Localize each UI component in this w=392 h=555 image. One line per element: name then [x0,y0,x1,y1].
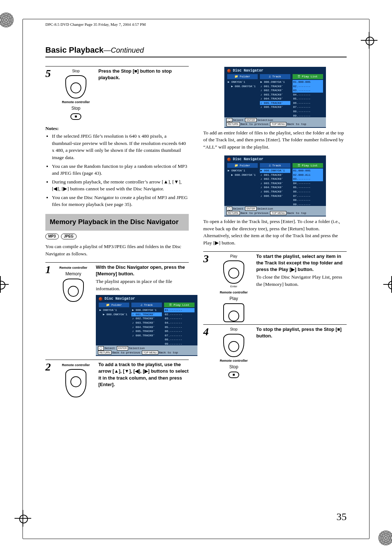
step-4-row: 4 Stop Remote controller Stop ■ To stop … [203,324,347,378]
disc-navigator-screenshot-c: Disc Navigator 📁 Folder ▶ ONKYOAˆ1 ▶ 000… [224,155,326,216]
disc-nav-folder-row: ▶ ONKYOAˆ1 [99,308,129,312]
registration-mark-bl [15,510,31,527]
step-number-3: 3 [203,253,211,264]
disc-nav-track-row: ♪ 006.TRACK0ˆ [131,333,162,338]
disc-nav-play-row: 07.------- [293,105,323,109]
disc-nav-track-row: ♪ 001.TRACK0ˆ [260,173,290,177]
label-remote-controller: Remote controller [60,100,92,105]
notes-heading: Notes: [45,125,189,132]
disc-nav-track-folder: ▶ 000.ONKYOAˆ1 [260,80,290,84]
step-3-heading: To start the playlist, select any item i… [256,253,347,273]
step-number-5: 5 [45,68,53,79]
section-title: Basic Playback [45,45,103,54]
step-number-4: 4 [203,326,211,337]
step-5-row: 5 Stop Remote controller Stop ■ Press th… [45,66,189,120]
disc-navigator-screenshot-a: Disc Navigator 📁 Folder ▶ ONKYOAˆ1 ▶ 000… [96,295,197,356]
disc-nav-title: Disc Navigator [233,69,264,73]
label-remote-controller: Remote controller [218,358,250,363]
label-remote-controller: Remote controller [57,266,89,270]
disc-nav-play-row: 03.------- [164,316,195,321]
disc-nav-play-row: 02.------- [164,312,195,317]
page-number: 35 [336,510,347,524]
disc-nav-track-row: ♪ 003.TRACK0ˆ [131,321,162,325]
disc-nav-play-row: 06.------- [293,190,323,194]
disc-nav-play-row: 01.000-005 [293,80,323,84]
disc-nav-col-track: ♫ Track [260,74,290,79]
disc-nav-footer: ◯Select ENTERSelection RETURNBack to pre… [224,206,326,216]
step-5-illustration: Stop Remote controller Stop ■ [60,68,92,120]
remote-icon [63,279,84,302]
disc-nav-track-row: ♪ 005.TRACK0ˆ [260,190,290,194]
registration-mark-ml [0,276,9,293]
notes-list: If the selected JPEG file’s resolution i… [45,133,189,208]
label-stop: Stop [218,364,250,370]
disc-nav-track-row-hl: ♪ 001.TRACK0ˆ [131,312,162,317]
label-enter-small: Enter [218,284,250,289]
label-remote-controller: Remote controller [218,290,250,295]
label-remote-controller: Remote controller [60,363,92,368]
disc-nav-play-row: 02.------- [293,84,323,89]
disc-nav-play-row: 02.000-All [293,173,323,177]
disc-nav-title: Disc Navigator [105,297,135,301]
step-3-body: To close the Disc Navigator Play List, p… [256,274,347,288]
note-item: During random playback, the remote contr… [52,178,189,193]
stop-button-icon: ■ [70,113,82,120]
disc-nav-play-row: 06.------- [293,101,323,105]
print-corner-br [378,530,392,546]
disc-nav-footer: ◯Select ENTERSelection RETURNBack to pre… [224,117,326,127]
disc-nav-col-track: ♫ Track [260,163,290,168]
label-stop: Stop [60,105,92,112]
play-button-icon [223,303,244,322]
step-3-illustration: Play Enter Remote controller Play [218,253,250,323]
disc-nav-col-playlist: ☰ Play List [293,163,323,168]
remote-icon [223,260,244,284]
disc-nav-track-row: ♪ 002.TRACK0ˆ [260,177,290,181]
disc-nav-folder-row: ▶ ONKYOAˆ1 [227,169,258,173]
note-item: If the selected JPEG file’s resolution i… [52,133,189,161]
disc-nav-col-folder: 📁 Folder [227,163,258,168]
disc-nav-track-row: ♪ 005.TRACK0ˆ [131,329,162,333]
step-2-row: 2 Remote controller To add a track to th… [45,360,189,397]
disc-nav-track-row: ♪ 004.TRACK0ˆ [131,325,162,329]
disc-nav-col-playlist: ☰ Play List [293,74,323,79]
badge-jpeg: JPEG [61,234,77,240]
disc-nav-col-folder: 📁 Folder [99,303,129,308]
disc-nav-play-row: 03.------- [293,177,323,181]
disc-nav-track-row: ♪ 002.TRACK0ˆ [131,316,162,321]
step-2-heading: To add a track to the playlist, use the … [98,361,189,388]
note-item: You can use the Random function to play … [52,163,189,177]
badge-mp3: MP3 [45,234,59,240]
remote-dpad-icon [65,369,86,397]
print-corner-tl [0,12,14,28]
disc-navigator-screenshot-b: Disc Navigator 📁 Folder ▶ ONKYOAˆ1 ▶ 000… [224,67,326,128]
disc-nav-track-row: ♪ 006.TRACK0ˆ [260,194,290,198]
disc-nav-track-row: ♪ 001.TRACK0ˆ [260,84,290,89]
disc-nav-track-row: ♪ 004.TRACK0ˆ [260,185,290,190]
disc-nav-track-row: ♪ 003.TRACK0ˆ [260,93,290,97]
disc-nav-track-folder-hl: ▶ 000.ONKYOAˆ1 [260,169,290,173]
disc-nav-play-row: 08.------- [293,198,323,202]
disc-nav-folder-row: ▶ 000.ONKYOAˆ1 [227,84,258,89]
note-item: You can use the Disc Navigator to create… [52,194,189,208]
paragraph-open-folder: To open a folder in the Track list, pres… [203,218,347,246]
section-title-row: Basic Playback—Continued [45,44,347,57]
paragraph-add-folder: To add an entire folder of files to the … [203,129,347,151]
disc-nav-track-row-hl: ♪ 005.TRACK0ˆ [260,101,290,105]
registration-mark-mr [383,276,392,293]
step-3-row: 3 Play Enter Remote controller Play To s… [203,251,347,323]
disc-nav-track-row: ♪ 002.TRACK0ˆ [260,88,290,93]
step-1-body: The playlist appears in place of the fil… [96,278,197,292]
remote-icon [223,334,244,357]
disc-nav-folder-row: ▶ 000.ONKYOAˆ1 [227,173,258,177]
disc-nav-play-row: 05.------- [164,325,195,329]
label-stop-small: Stop [218,327,250,332]
step-2-illustration: Remote controller [60,361,92,397]
disc-nav-play-row: 07.------- [164,333,195,338]
label-stop-small: Stop [60,69,92,74]
label-play-small: Play [218,254,250,259]
disc-nav-play-row: 03.------- [293,88,323,93]
disc-nav-play-row: 04.------- [164,321,195,325]
label-memory: Memory [57,271,89,277]
section-title-continued: —Continued [103,46,144,54]
disc-nav-play-row: 08.------- [293,109,323,114]
